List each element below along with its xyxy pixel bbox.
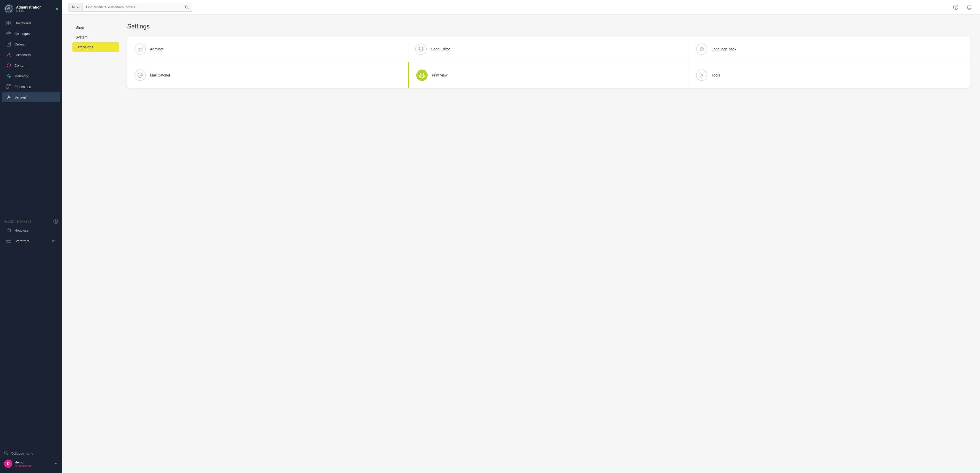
- sidebar-item-label: Orders: [14, 42, 25, 46]
- sales-channel-headless[interactable]: Headless: [2, 225, 60, 235]
- sub-nav-system[interactable]: System: [72, 33, 119, 42]
- sidebar-item-label: Marketing: [14, 74, 29, 78]
- search-icon: [185, 5, 189, 9]
- bell-icon: [967, 5, 972, 10]
- extensions-grid-card: Adminer Code Editor: [127, 36, 970, 88]
- extension-name: Tools: [711, 73, 720, 77]
- orders-icon: [6, 41, 11, 47]
- svg-rect-15: [7, 87, 8, 89]
- sidebar-item-catalogues[interactable]: Catalogues: [2, 29, 60, 39]
- extension-name: Print view: [432, 73, 448, 77]
- help-button[interactable]: [951, 3, 960, 12]
- search-filter-button[interactable]: All: [68, 3, 83, 11]
- storefront-icon: [6, 238, 11, 243]
- svg-rect-28: [138, 47, 142, 51]
- svg-point-27: [955, 8, 956, 9]
- sidebar-footer: Collapse menu D demo Administrator: [0, 446, 62, 473]
- svg-rect-33: [420, 73, 423, 75]
- sidebar-item-settings[interactable]: Settings: [2, 92, 60, 102]
- svg-point-23: [53, 240, 54, 241]
- customers-icon: [6, 52, 11, 57]
- sidebar-item-content[interactable]: Content: [2, 60, 60, 71]
- app-logo: [4, 4, 13, 13]
- headless-icon: [6, 228, 11, 233]
- eye-icon: [52, 239, 56, 243]
- extension-name: Adminer: [150, 47, 164, 51]
- extension-language-pack[interactable]: Language pack: [689, 36, 970, 62]
- svg-point-20: [7, 240, 8, 241]
- sidebar-item-dashboard[interactable]: Dashboard: [2, 18, 60, 28]
- dashboard-icon: [6, 21, 11, 25]
- svg-rect-34: [420, 76, 423, 78]
- sidebar-item-marketing[interactable]: Marketing: [2, 71, 60, 81]
- extension-code-editor[interactable]: Code Editor: [408, 36, 689, 62]
- add-sales-channel-icon[interactable]: [53, 219, 58, 224]
- chevron-down-icon: [76, 6, 80, 9]
- main-area: All: [62, 0, 980, 473]
- sidebar-item-customers[interactable]: Customers: [2, 50, 60, 60]
- user-info: demo Administrator: [15, 460, 32, 467]
- svg-point-35: [423, 75, 423, 76]
- status-dot: [56, 8, 58, 10]
- topbar: All: [62, 0, 980, 14]
- search-submit-button[interactable]: [182, 3, 192, 11]
- catalogues-icon: [6, 31, 11, 36]
- svg-rect-4: [9, 23, 11, 25]
- mail-catcher-icon: [134, 70, 146, 81]
- tools-icon: [696, 70, 708, 81]
- page-title: Settings: [127, 23, 970, 30]
- sidebar-item-orders[interactable]: Orders: [2, 39, 60, 49]
- sidebar: Administration 6.4.16.0 Dashboard: [0, 0, 62, 473]
- user-menu[interactable]: D demo Administrator: [4, 457, 58, 470]
- brand-name: Administration: [16, 5, 53, 9]
- extension-mail-catcher[interactable]: Mail Catcher: [127, 62, 408, 88]
- extension-print-view[interactable]: Print view: [408, 62, 689, 88]
- settings-main-content: Settings Adminer: [127, 23, 970, 465]
- sidebar-item-label: Dashboard: [14, 21, 31, 25]
- collapse-menu-button[interactable]: Collapse menu: [4, 449, 58, 457]
- sidebar-item-extensions[interactable]: Extensions: [2, 81, 60, 92]
- svg-rect-1: [7, 21, 8, 23]
- sidebar-item-label: Content: [14, 63, 26, 67]
- svg-point-21: [8, 240, 8, 241]
- extension-tools[interactable]: Tools: [689, 62, 970, 88]
- extension-name: Mail Catcher: [150, 73, 170, 77]
- extension-name: Language pack: [711, 47, 737, 51]
- help-icon: [953, 5, 958, 10]
- sales-channel-label: Headless: [14, 229, 29, 232]
- sales-channel-label: Storefront: [14, 239, 29, 243]
- sidebar-item-label: Customers: [14, 53, 31, 57]
- sub-nav-extensions[interactable]: Extensions: [72, 42, 119, 52]
- sales-channels-title: Sales Channels: [0, 216, 62, 225]
- main-nav: Dashboard Catalogues: [0, 17, 62, 216]
- code-editor-icon: [415, 43, 426, 55]
- brand-info: Administration 6.4.16.0: [16, 5, 53, 13]
- extensions-grid: Adminer Code Editor: [127, 36, 970, 88]
- svg-rect-5: [7, 32, 11, 35]
- user-chevron-icon: [54, 462, 58, 465]
- brand-version: 6.4.16.0: [16, 9, 53, 13]
- extensions-icon: [6, 84, 11, 89]
- svg-point-0: [8, 8, 10, 10]
- marketing-icon: [6, 73, 11, 79]
- search-input[interactable]: [83, 3, 182, 11]
- sidebar-item-label: Extensions: [14, 85, 31, 89]
- svg-rect-12: [8, 76, 10, 78]
- notifications-button[interactable]: [964, 3, 974, 12]
- svg-rect-13: [7, 84, 8, 86]
- user-avatar: D: [4, 460, 13, 468]
- adminer-icon: [134, 43, 146, 55]
- sidebar-header: Administration 6.4.16.0: [0, 0, 62, 17]
- settings-icon: [6, 95, 11, 100]
- svg-rect-14: [9, 84, 11, 86]
- svg-rect-3: [7, 23, 8, 25]
- sales-channels-section: Sales Channels Headless: [0, 216, 62, 248]
- sub-nav-shop[interactable]: Shop: [72, 23, 119, 32]
- print-view-icon: [416, 70, 428, 81]
- sales-channel-storefront[interactable]: Storefront: [2, 236, 60, 246]
- extension-adminer[interactable]: Adminer: [127, 36, 408, 62]
- collapse-icon: [4, 451, 8, 456]
- svg-rect-18: [7, 229, 11, 232]
- svg-rect-2: [9, 21, 11, 23]
- language-pack-icon: [696, 43, 708, 55]
